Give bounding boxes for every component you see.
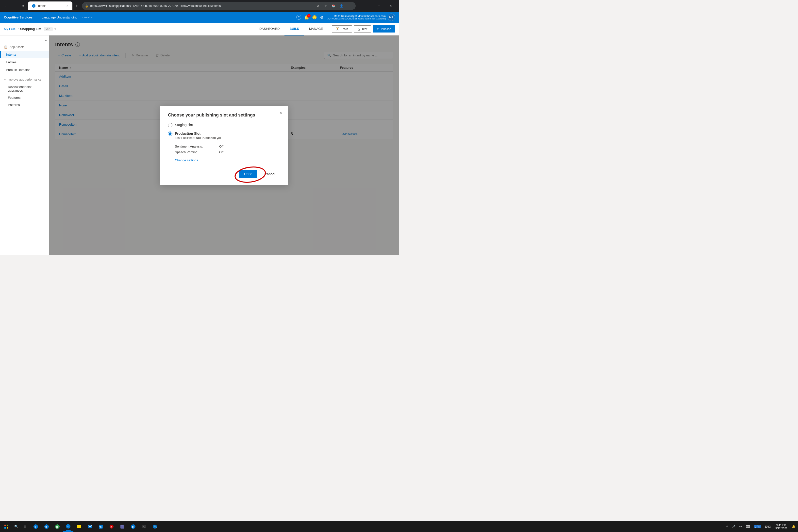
publish-button[interactable]: ⬆ Publish: [373, 25, 395, 33]
address-bar-actions: ⚙ ☆ 📚 👤 ⋯: [314, 2, 353, 10]
sidebar-divider: [4, 75, 45, 75]
breadcrumb-my-luis[interactable]: My LUIS: [4, 27, 16, 31]
improve-label: Improve app performance: [8, 78, 41, 81]
modal-footer: Done Cancel: [168, 170, 280, 178]
staging-slot-option: Staging slot: [168, 123, 280, 127]
sidebar-item-features[interactable]: Features: [0, 94, 49, 101]
train-button[interactable]: 🏋 Train: [332, 25, 352, 33]
train-label: Train: [341, 27, 348, 31]
staging-radio[interactable]: [168, 123, 172, 127]
sidebar: « 📋 App Assets Intents Entities Prebuilt…: [0, 36, 49, 255]
done-wrapper: Done: [239, 170, 257, 178]
emoji-icon[interactable]: 🙂: [312, 15, 317, 20]
nav-tabs: DASHBOARD BUILD MANAGE: [254, 23, 328, 36]
production-slot-option: Production Slot Last Published: Not Publ…: [168, 131, 280, 140]
radio-group: Staging slot Production Slot Last Publis…: [168, 123, 280, 140]
browser-tab[interactable]: i Intents ×: [28, 1, 72, 10]
user-name: Malte.Reimann@studentambassadors.com: [327, 15, 386, 18]
production-radio[interactable]: [168, 132, 172, 136]
lock-icon: 🔒: [85, 4, 89, 8]
test-icon: △: [358, 27, 360, 31]
user-avatar[interactable]: MR: [388, 14, 395, 21]
maximize-button[interactable]: □: [374, 2, 385, 10]
window-controls: ─ □ ×: [362, 2, 397, 10]
collapse-sidebar-button[interactable]: «: [45, 38, 47, 42]
sidebar-item-patterns[interactable]: Patterns: [0, 101, 49, 108]
nav-actions: 🏋 Train △ Test ⬆ Publish: [332, 25, 395, 33]
test-button[interactable]: △ Test: [354, 25, 371, 33]
browser-chrome: ← → ↻ i Intents × + 🔒 https://www.luis.a…: [0, 0, 399, 12]
content-area: Intents ? + Create + Add prebuilt domain…: [49, 36, 399, 255]
notification-icon[interactable]: 🔔 5: [304, 15, 309, 20]
user-role: AUTHORING RESOURCE: shopping-list-bot-lu…: [327, 18, 386, 20]
done-button[interactable]: Done: [239, 170, 257, 178]
tab-build[interactable]: BUILD: [284, 23, 304, 36]
improve-icon: ≡: [4, 78, 6, 81]
extensions-button[interactable]: ⚙: [314, 2, 321, 10]
refresh-button[interactable]: ↻: [19, 2, 26, 10]
brand-label: Cognitive Services: [4, 16, 33, 19]
tab-dashboard[interactable]: DASHBOARD: [254, 23, 284, 36]
browser-controls: ← → ↻: [2, 2, 26, 10]
profile-button[interactable]: 👤: [338, 2, 345, 10]
change-settings-link[interactable]: Change settings: [175, 158, 198, 162]
modal-overlay: Choose your publishing slot and settings…: [49, 36, 399, 255]
user-details: Malte.Reimann@studentambassadors.com AUT…: [327, 15, 386, 20]
publish-modal: Choose your publishing slot and settings…: [160, 106, 288, 185]
version-dropdown[interactable]: ▾: [54, 27, 56, 31]
train-icon: 🏋: [336, 27, 339, 31]
favorites-button[interactable]: ☆: [322, 2, 329, 10]
publish-label: Publish: [381, 27, 391, 31]
close-button[interactable]: ×: [385, 2, 397, 10]
staging-label[interactable]: Staging slot: [175, 123, 193, 127]
app-assets-label: App Assets: [10, 45, 24, 49]
sentiment-label: Sentiment Analysis:: [175, 145, 219, 148]
breadcrumb-sep: /: [18, 27, 19, 31]
sidebar-item-review-endpoint[interactable]: Review endpoint utterances: [0, 83, 49, 94]
collections-button[interactable]: 📚: [330, 2, 337, 10]
sidebar-item-intents[interactable]: Intents: [0, 51, 49, 58]
minimize-button[interactable]: ─: [362, 2, 373, 10]
cancel-button[interactable]: Cancel: [259, 170, 280, 178]
url-text: https://www.luis.ai/applications/1728315…: [90, 4, 310, 8]
tab-title: Intents: [37, 4, 46, 8]
service-name: Language Understanding: [41, 16, 77, 19]
help-icon[interactable]: ?: [296, 15, 301, 20]
nav-bar: My LUIS / Shopping List v0.1 ▾ DASHBOARD…: [0, 23, 399, 36]
app-assets-icon: 📋: [4, 45, 8, 49]
forward-button[interactable]: →: [11, 2, 18, 10]
sidebar-collapse: «: [0, 37, 49, 43]
production-label: Production Slot: [175, 132, 201, 135]
breadcrumb-app: Shopping List: [20, 27, 41, 31]
main-layout: « 📋 App Assets Intents Entities Prebuilt…: [0, 36, 399, 255]
settings-row-speech: Speech Priming: Off: [175, 150, 280, 154]
speech-value: Off: [219, 150, 244, 154]
test-label: Test: [362, 27, 367, 31]
settings-icon[interactable]: ⚙: [320, 15, 323, 20]
favicon: i: [32, 4, 36, 8]
notification-badge: 5: [307, 14, 310, 18]
settings-row-sentiment: Sentiment Analysis: Off: [175, 145, 280, 148]
settings-grid: Sentiment Analysis: Off Speech Priming: …: [175, 145, 280, 154]
publish-icon: ⬆: [377, 27, 379, 31]
header-icons: ? 🔔 5 🙂 ⚙: [296, 15, 323, 20]
sidebar-item-entities[interactable]: Entities: [0, 58, 49, 66]
app-assets-section-header: 📋 App Assets: [0, 43, 49, 51]
modal-close-button[interactable]: ×: [277, 110, 284, 116]
modal-title: Choose your publishing slot and settings: [168, 113, 280, 118]
improve-section-header: ≡ Improve app performance: [0, 76, 49, 83]
address-bar: 🔒 https://www.luis.ai/applications/17283…: [82, 2, 356, 10]
app-header: Cognitive Services | Language Understand…: [0, 12, 399, 23]
new-tab-button[interactable]: +: [75, 3, 78, 8]
breadcrumb: My LUIS / Shopping List v0.1 ▾: [4, 27, 56, 31]
header-separator: |: [36, 15, 37, 19]
sentiment-value: Off: [219, 145, 244, 148]
tab-manage[interactable]: MANAGE: [304, 23, 328, 36]
tab-close-button[interactable]: ×: [66, 4, 69, 8]
last-published: Last Published: Not Published yet: [175, 136, 221, 140]
back-button[interactable]: ←: [2, 2, 10, 10]
speech-label: Speech Priming:: [175, 150, 219, 154]
more-button[interactable]: ⋯: [346, 2, 353, 10]
service-sub: - westus: [82, 16, 93, 19]
sidebar-item-prebuilt-domains[interactable]: Prebuilt Domains: [0, 66, 49, 74]
